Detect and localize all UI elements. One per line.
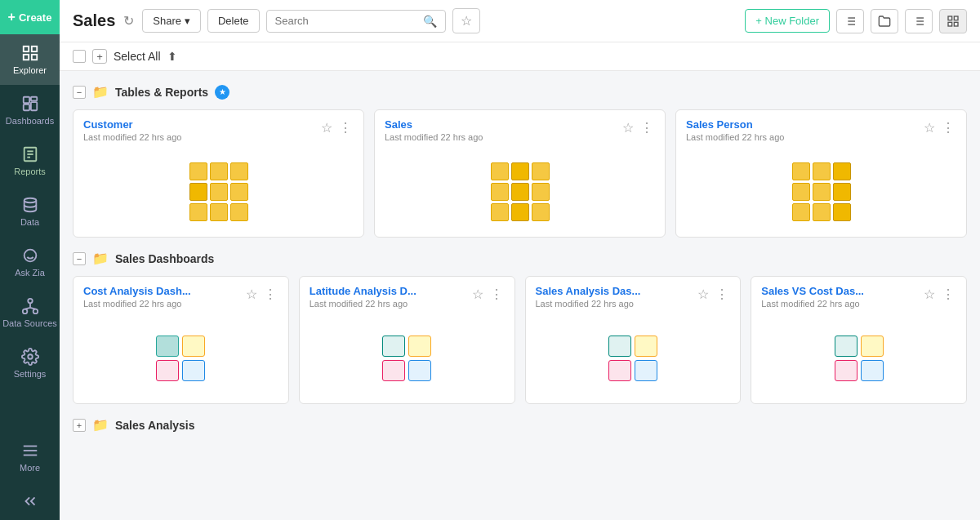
folder-view-icon xyxy=(878,15,891,28)
card-menu-sales[interactable]: ⋮ xyxy=(639,118,655,137)
svg-rect-2 xyxy=(23,55,28,60)
sidebar-bottom: More xyxy=(0,432,60,520)
card-menu-sales-analysis-das[interactable]: ⋮ xyxy=(714,285,730,304)
section-title-tables-reports: Tables & Reports xyxy=(115,86,208,99)
section-sales-dashboards: − 📁 Sales Dashboards Cost Analysis Dash.… xyxy=(73,251,967,404)
tables-reports-grid: Customer Last modified 22 hrs ago ☆ ⋮ xyxy=(73,109,967,238)
sidebar-item-explorer[interactable]: Explorer xyxy=(0,34,60,85)
card-subtitle-sales-analysis-das: Last modified 22 hrs ago xyxy=(536,299,697,309)
svg-point-13 xyxy=(24,250,36,262)
card-star-sales-person[interactable]: ☆ xyxy=(922,118,937,137)
zia-icon xyxy=(21,247,39,264)
svg-line-21 xyxy=(30,308,35,309)
create-button[interactable]: + Create xyxy=(0,0,60,34)
card-subtitle-sales-person: Last modified 22 hrs ago xyxy=(686,132,922,142)
sidebar-item-data[interactable]: Data xyxy=(0,186,60,237)
sidebar-label-explorer: Explorer xyxy=(13,65,47,75)
svg-rect-4 xyxy=(23,97,29,103)
sidebar-label-reports: Reports xyxy=(14,167,46,176)
svg-rect-41 xyxy=(954,22,958,26)
share-button[interactable]: Share ▾ xyxy=(142,9,201,33)
svg-rect-6 xyxy=(23,104,29,110)
folder-icon-dashboards: 📁 xyxy=(92,251,109,266)
table-preview-customer xyxy=(189,162,248,221)
dashboards-icon xyxy=(21,95,39,113)
card-menu-cost-analysis[interactable]: ⋮ xyxy=(262,285,278,304)
card-sales-vs-cost[interactable]: Sales VS Cost Das... Last modified 22 hr… xyxy=(751,276,967,404)
section-header-tables-reports: − 📁 Tables & Reports ★ xyxy=(73,84,967,100)
card-subtitle-latitude-analysis: Last modified 22 hrs ago xyxy=(310,299,470,309)
card-menu-sales-vs-cost[interactable]: ⋮ xyxy=(940,285,956,304)
sort-icon xyxy=(844,15,857,28)
card-customer[interactable]: Customer Last modified 22 hrs ago ☆ ⋮ xyxy=(73,109,364,238)
folder-icon-analysis: 📁 xyxy=(92,417,109,433)
card-sales-analysis-das[interactable]: Sales Analysis Das... Last modified 22 h… xyxy=(525,276,742,404)
sidebar-item-ask-zia[interactable]: Ask Zia xyxy=(0,237,60,287)
card-cost-analysis[interactable]: Cost Analysis Dash... Last modified 22 h… xyxy=(73,276,289,404)
sidebar-item-collapse[interactable] xyxy=(0,482,60,520)
table-preview-sales xyxy=(491,162,550,221)
card-subtitle-sales-vs-cost: Last modified 22 hrs ago xyxy=(761,299,922,309)
sidebar-item-dashboards[interactable]: Dashboards xyxy=(0,85,60,136)
section-tables-reports: − 📁 Tables & Reports ★ Customer Last mod… xyxy=(73,84,967,238)
section-collapse-analysis-button[interactable]: + xyxy=(73,419,86,432)
sidebar-label-zia: Ask Zia xyxy=(15,268,45,278)
cursor-indicator: ⬆ xyxy=(167,50,177,63)
card-star-sales-analysis-das[interactable]: ☆ xyxy=(696,285,710,304)
delete-button[interactable]: Delete xyxy=(207,9,260,33)
card-title-cost-analysis: Cost Analysis Dash... xyxy=(83,285,244,297)
dash-preview-cost-analysis xyxy=(156,336,205,381)
svg-line-20 xyxy=(24,308,29,309)
svg-rect-1 xyxy=(31,47,36,51)
add-to-folder-icon[interactable]: + xyxy=(92,49,107,64)
sidebar-label-settings: Settings xyxy=(14,369,47,379)
card-sales[interactable]: Sales Last modified 22 hrs ago ☆ ⋮ xyxy=(374,109,666,238)
table-preview-sales-person xyxy=(792,162,851,221)
grid-view-icon xyxy=(947,15,960,28)
sort-button[interactable] xyxy=(836,9,864,33)
section-collapse-dashboards-button[interactable]: − xyxy=(73,252,86,265)
card-subtitle-sales: Last modified 22 hrs ago xyxy=(385,132,621,142)
share-dropdown-icon: ▾ xyxy=(185,15,190,27)
svg-rect-39 xyxy=(954,16,958,20)
card-latitude-analysis[interactable]: Latitude Analysis D... Last modified 22 … xyxy=(299,276,515,404)
card-star-customer[interactable]: ☆ xyxy=(319,118,334,137)
settings-icon xyxy=(21,348,39,366)
dash-preview-latitude-analysis xyxy=(382,336,431,381)
sidebar-item-reports[interactable]: Reports xyxy=(0,136,60,186)
section-header-sales-dashboards: − 📁 Sales Dashboards xyxy=(73,251,967,266)
card-star-cost-analysis[interactable]: ☆ xyxy=(244,285,259,304)
select-all-bar: + Select All ⬆ xyxy=(60,42,980,71)
sidebar-item-settings[interactable]: Settings xyxy=(0,338,60,389)
sidebar-item-data-sources[interactable]: Data Sources xyxy=(0,287,60,338)
sidebar-item-more[interactable]: More xyxy=(0,432,60,482)
list-view-button[interactable] xyxy=(905,9,933,33)
card-sales-person[interactable]: Sales Person Last modified 22 hrs ago ☆ … xyxy=(675,109,967,238)
grid-view-button[interactable] xyxy=(939,9,967,33)
view-folder-button[interactable] xyxy=(871,9,898,33)
folder-icon: 📁 xyxy=(92,84,109,100)
content-area: − 📁 Tables & Reports ★ Customer Last mod… xyxy=(60,71,980,520)
section-collapse-button[interactable]: − xyxy=(73,86,86,99)
list-view-icon xyxy=(912,15,925,28)
card-star-sales-vs-cost[interactable]: ☆ xyxy=(922,285,937,304)
favorites-button[interactable]: ☆ xyxy=(452,8,480,33)
svg-rect-3 xyxy=(31,55,36,60)
card-star-sales[interactable]: ☆ xyxy=(621,118,635,137)
sidebar-label-data-sources: Data Sources xyxy=(2,318,57,328)
card-menu-sales-person[interactable]: ⋮ xyxy=(940,118,956,137)
svg-point-12 xyxy=(24,198,36,203)
select-all-checkbox[interactable] xyxy=(73,50,86,63)
svg-rect-7 xyxy=(30,102,36,110)
search-input[interactable] xyxy=(275,15,418,27)
search-box[interactable]: 🔍 xyxy=(266,10,446,33)
card-menu-latitude-analysis[interactable]: ⋮ xyxy=(488,285,505,304)
new-folder-button[interactable]: + New Folder xyxy=(745,9,830,33)
svg-rect-5 xyxy=(30,97,36,101)
section-sales-analysis: + 📁 Sales Analysis xyxy=(73,417,967,433)
card-star-latitude-analysis[interactable]: ☆ xyxy=(470,285,485,304)
card-menu-customer[interactable]: ⋮ xyxy=(337,118,354,137)
refresh-icon[interactable]: ↻ xyxy=(123,13,134,29)
sales-dashboards-grid: Cost Analysis Dash... Last modified 22 h… xyxy=(73,276,967,404)
svg-point-16 xyxy=(28,299,33,304)
